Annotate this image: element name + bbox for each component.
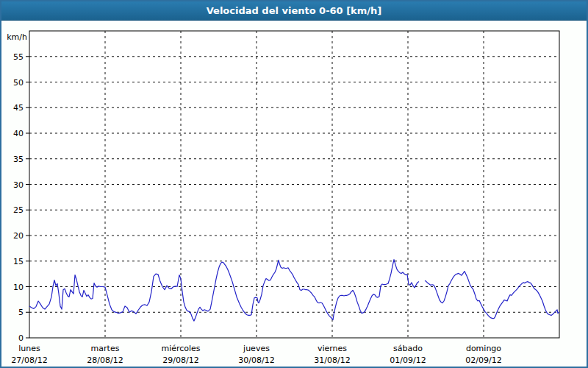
- chart-svg: 0510152025303540455055km/hlunes27/08/12m…: [1, 21, 587, 367]
- chart-title: Velocidad del viento 0-60 [km/h]: [207, 5, 382, 16]
- y-tick-label: 0: [18, 333, 24, 343]
- x-tick-date-label: 27/08/12: [11, 355, 47, 365]
- title-bar: Velocidad del viento 0-60 [km/h]: [1, 1, 587, 21]
- y-tick-label: 30: [13, 180, 24, 190]
- x-tick-day-label: sábado: [393, 344, 423, 353]
- x-tick-day-label: lunes: [18, 344, 40, 353]
- y-tick-label: 15: [13, 257, 24, 266]
- y-tick-label: 10: [13, 283, 24, 292]
- x-tick-date-label: 29/08/12: [162, 355, 198, 365]
- x-tick-day-label: miércoles: [161, 344, 200, 353]
- x-tick-day-label: domingo: [466, 344, 501, 353]
- plot-area: [29, 31, 559, 338]
- y-tick-label: 35: [13, 155, 24, 164]
- y-axis-unit-label: km/h: [7, 32, 27, 42]
- y-tick-label: 50: [13, 78, 24, 88]
- x-tick-date-label: 02/09/12: [465, 355, 501, 365]
- y-tick-label: 45: [13, 103, 24, 113]
- x-tick-date-label: 01/09/12: [390, 355, 426, 365]
- x-tick-day-label: viernes: [318, 344, 347, 353]
- x-tick-date-label: 28/08/12: [87, 355, 123, 365]
- y-tick-label: 25: [13, 205, 24, 215]
- x-tick-day-label: jueves: [243, 344, 270, 353]
- y-tick-label: 40: [13, 129, 24, 138]
- x-tick-day-label: martes: [91, 344, 120, 353]
- x-tick-date-label: 30/08/12: [238, 355, 274, 365]
- y-tick-label: 5: [18, 308, 24, 317]
- x-tick-date-label: 31/08/12: [314, 355, 350, 365]
- y-tick-label: 55: [13, 52, 24, 62]
- y-tick-label: 20: [13, 231, 24, 241]
- chart-window: Velocidad del viento 0-60 [km/h] 0510152…: [0, 0, 588, 368]
